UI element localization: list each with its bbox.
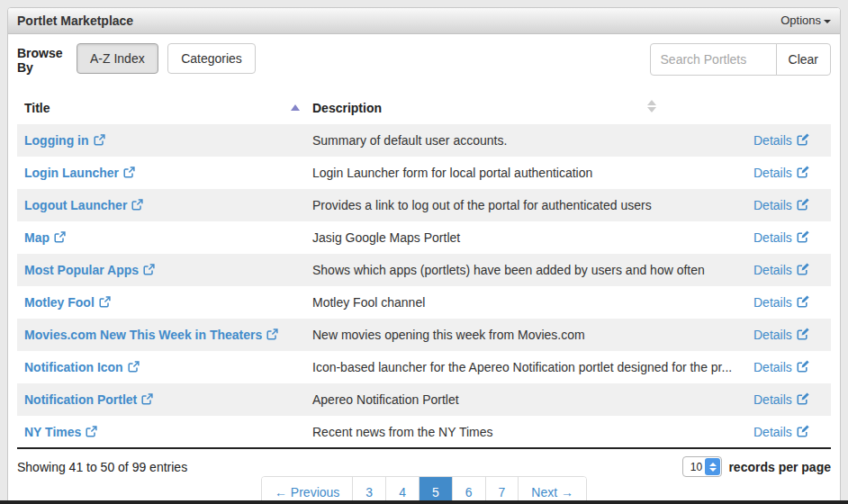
sort-both-icon — [647, 100, 656, 112]
page-title: Portlet Marketplace — [17, 8, 133, 33]
table-row: Notification Icon Icon-based launcher fo… — [17, 351, 831, 383]
search-input[interactable] — [650, 43, 777, 76]
showing-entries-text: Showing 41 to 50 of 99 entries — [17, 460, 187, 474]
portlet-description: New movies opening this week from Movies… — [305, 319, 746, 351]
select-stepper-icon — [705, 458, 720, 475]
portlet-description: Shows which apps (portlets) have been ad… — [305, 254, 746, 286]
portlet-description: Motley Fool channel — [305, 286, 746, 319]
external-link-icon — [54, 231, 66, 243]
column-header-title[interactable]: Title — [17, 93, 305, 124]
details-label: Details — [753, 230, 792, 245]
edit-icon — [797, 166, 809, 178]
categories-button[interactable]: Categories — [167, 43, 256, 74]
portlet-title: Most Popular Apps — [24, 263, 139, 277]
external-link-icon — [86, 426, 97, 437]
details-link[interactable]: Details — [753, 263, 809, 277]
portlet-description: Summary of default user accounts. — [305, 124, 746, 157]
details-link[interactable]: Details — [753, 392, 809, 407]
portlet-title: Notification Icon — [24, 360, 123, 374]
portlet-title-link[interactable]: Logout Launcher — [24, 198, 143, 212]
details-label: Details — [753, 198, 792, 212]
details-label: Details — [753, 263, 792, 277]
details-label: Details — [753, 166, 792, 180]
portlet-title-link[interactable]: Notification Portlet — [24, 392, 153, 407]
search-group: Clear — [650, 43, 831, 76]
portlet-description: Login Launcher form for local portal aut… — [305, 157, 746, 189]
portlet-description: Apereo Notification Portlet — [305, 383, 746, 416]
window-bottom-edge — [0, 500, 848, 504]
portlet-title-link[interactable]: Most Popular Apps — [24, 263, 155, 277]
portlet-description: Jasig Google Maps Portlet — [305, 221, 746, 254]
portlet-title-link[interactable]: Motley Fool — [24, 295, 111, 310]
browse-toolbar: Browse By A-Z Index Categories Clear — [17, 43, 831, 79]
details-link[interactable]: Details — [753, 425, 809, 439]
details-link[interactable]: Details — [753, 328, 809, 342]
portlet-title: Motley Fool — [24, 295, 95, 310]
column-header-details — [746, 93, 831, 124]
external-link-icon — [143, 264, 155, 275]
title-header-label: Title — [24, 101, 50, 115]
table-row: Movies.com New This Week in Theaters New… — [17, 319, 831, 351]
details-label: Details — [753, 295, 792, 310]
portlet-title: Logout Launcher — [24, 198, 127, 212]
table-row: Motley Fool Motley Fool channel Details — [17, 286, 831, 319]
portlet-title-link[interactable]: Map — [24, 230, 66, 245]
table-row: Notification Portlet Apereo Notification… — [17, 383, 831, 416]
panel-header: Portlet Marketplace Options — [8, 8, 840, 34]
external-link-icon — [99, 296, 111, 308]
table-row: Logout Launcher Provides a link to log o… — [17, 189, 831, 221]
az-index-button[interactable]: A-Z Index — [77, 43, 158, 74]
portlet-title-link[interactable]: Logging in — [24, 133, 105, 148]
portlet-description: Recent news from the NY Times — [305, 416, 746, 448]
details-label: Details — [753, 328, 792, 342]
column-header-description[interactable]: Description — [305, 93, 746, 124]
details-label: Details — [753, 360, 792, 374]
browse-button-group: A-Z Index Categories — [77, 43, 256, 74]
details-link[interactable]: Details — [753, 198, 809, 212]
table-row: NY Times Recent news from the NY Times D… — [17, 416, 831, 448]
portlet-description: Icon-based launcher for the Apereo Notif… — [305, 351, 746, 383]
records-per-page-group: 10 records per page — [682, 456, 831, 477]
portlet-title-link[interactable]: Movies.com New This Week in Theaters — [24, 328, 278, 342]
table-row: Map Jasig Google Maps Portlet Details — [17, 221, 831, 254]
portlet-title: NY Times — [24, 425, 81, 439]
portlet-title-link[interactable]: Notification Icon — [24, 360, 140, 374]
portlet-title-link[interactable]: NY Times — [24, 425, 97, 439]
edit-icon — [797, 425, 809, 437]
clear-search-button[interactable]: Clear — [776, 43, 831, 76]
portlet-title: Login Launcher — [24, 166, 119, 180]
description-header-label: Description — [312, 101, 382, 115]
table-row: Login Launcher Login Launcher form for l… — [17, 157, 831, 189]
portlet-title: Notification Portlet — [24, 392, 137, 407]
edit-icon — [797, 133, 809, 146]
edit-icon — [797, 263, 809, 275]
details-label: Details — [753, 425, 792, 439]
edit-icon — [797, 328, 809, 340]
table-header-row: Title Description — [17, 93, 831, 124]
portlet-title: Logging in — [24, 133, 89, 148]
records-per-page-label: records per page — [728, 460, 831, 474]
portlet-title-link[interactable]: Login Launcher — [24, 166, 135, 180]
external-link-icon — [266, 328, 278, 340]
external-link-icon — [94, 134, 105, 146]
details-link[interactable]: Details — [753, 295, 809, 310]
details-link[interactable]: Details — [753, 360, 809, 374]
options-menu-button[interactable]: Options — [780, 8, 831, 33]
panel-body: Browse By A-Z Index Categories Clear Tit… — [8, 34, 840, 504]
details-link[interactable]: Details — [753, 133, 809, 148]
details-label: Details — [753, 133, 792, 148]
portlet-title: Movies.com New This Week in Theaters — [24, 328, 262, 342]
details-link[interactable]: Details — [753, 230, 809, 245]
table-footer: Showing 41 to 50 of 99 entries ← Previou… — [17, 449, 831, 504]
edit-icon — [797, 198, 809, 211]
external-link-icon — [123, 166, 135, 178]
options-label: Options — [780, 14, 821, 27]
edit-icon — [797, 392, 809, 405]
records-per-page-select[interactable]: 10 — [682, 456, 722, 477]
details-label: Details — [753, 392, 792, 407]
details-link[interactable]: Details — [753, 166, 809, 180]
external-link-icon — [128, 361, 140, 373]
caret-down-icon — [824, 20, 831, 23]
portlet-title: Map — [24, 230, 50, 245]
edit-icon — [797, 295, 809, 308]
